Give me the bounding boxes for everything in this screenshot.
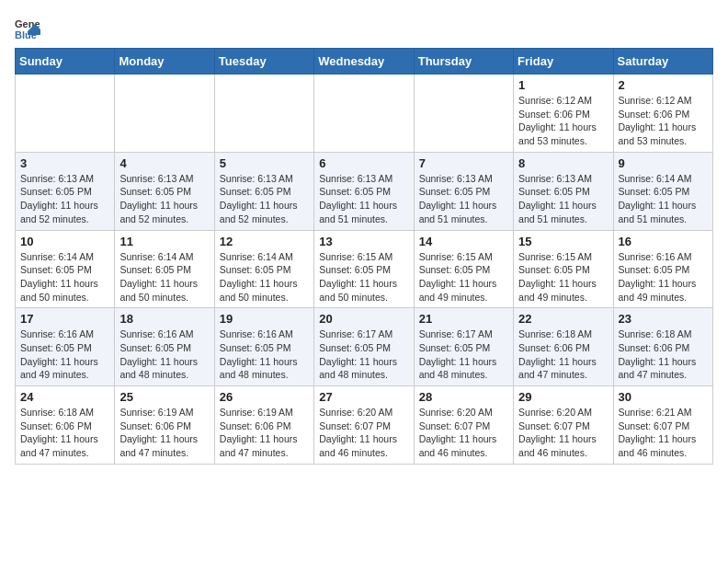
calendar-cell: 28Sunrise: 6:20 AMSunset: 6:07 PMDayligh…	[414, 386, 513, 465]
week-row-1: 3Sunrise: 6:13 AMSunset: 6:05 PMDaylight…	[16, 152, 713, 230]
logo: General Blue	[15, 15, 42, 40]
day-info: Sunrise: 6:13 AMSunset: 6:05 PMDaylight:…	[119, 172, 209, 226]
week-row-4: 24Sunrise: 6:18 AMSunset: 6:06 PMDayligh…	[16, 386, 713, 465]
calendar-cell	[115, 75, 214, 153]
day-info: Sunrise: 6:13 AMSunset: 6:05 PMDaylight:…	[220, 172, 309, 226]
day-number: 29	[518, 390, 608, 404]
weekday-wednesday: Wednesday	[314, 49, 414, 75]
day-number: 7	[419, 156, 508, 170]
week-row-3: 17Sunrise: 6:16 AMSunset: 6:05 PMDayligh…	[16, 308, 713, 386]
day-number: 6	[319, 156, 408, 170]
logo-icon: General Blue	[15, 15, 40, 40]
calendar-cell: 27Sunrise: 6:20 AMSunset: 6:07 PMDayligh…	[314, 386, 414, 465]
day-number: 2	[619, 78, 708, 92]
calendar-cell: 16Sunrise: 6:16 AMSunset: 6:05 PMDayligh…	[613, 230, 712, 308]
svg-text:Blue: Blue	[15, 29, 37, 40]
day-info: Sunrise: 6:21 AMSunset: 6:07 PMDaylight:…	[619, 406, 708, 460]
day-number: 21	[419, 312, 508, 326]
calendar-cell	[214, 75, 313, 153]
calendar-cell	[16, 75, 115, 153]
calendar-cell: 18Sunrise: 6:16 AMSunset: 6:05 PMDayligh…	[115, 308, 214, 386]
day-number: 16	[619, 235, 708, 248]
calendar-cell: 6Sunrise: 6:13 AMSunset: 6:05 PMDaylight…	[314, 152, 414, 230]
day-number: 17	[20, 312, 109, 326]
day-info: Sunrise: 6:20 AMSunset: 6:07 PMDaylight:…	[319, 406, 408, 460]
week-row-0: 1Sunrise: 6:12 AMSunset: 6:06 PMDaylight…	[16, 75, 713, 153]
day-number: 25	[119, 390, 209, 404]
day-number: 4	[119, 156, 209, 170]
weekday-tuesday: Tuesday	[214, 49, 313, 75]
day-info: Sunrise: 6:16 AMSunset: 6:05 PMDaylight:…	[220, 327, 309, 382]
day-number: 18	[119, 312, 209, 326]
day-info: Sunrise: 6:17 AMSunset: 6:05 PMDaylight:…	[319, 327, 408, 382]
day-info: Sunrise: 6:20 AMSunset: 6:07 PMDaylight:…	[419, 406, 508, 460]
calendar-cell: 23Sunrise: 6:18 AMSunset: 6:06 PMDayligh…	[613, 308, 712, 386]
day-number: 15	[518, 235, 608, 248]
day-info: Sunrise: 6:16 AMSunset: 6:05 PMDaylight:…	[619, 250, 708, 304]
calendar-cell: 29Sunrise: 6:20 AMSunset: 6:07 PMDayligh…	[514, 386, 613, 465]
day-number: 10	[20, 235, 109, 248]
day-number: 3	[20, 156, 109, 170]
weekday-header-row: SundayMondayTuesdayWednesdayThursdayFrid…	[16, 49, 713, 75]
day-number: 30	[619, 390, 708, 404]
calendar-cell: 15Sunrise: 6:15 AMSunset: 6:05 PMDayligh…	[514, 230, 613, 308]
day-number: 14	[419, 235, 508, 248]
day-info: Sunrise: 6:13 AMSunset: 6:05 PMDaylight:…	[518, 172, 608, 226]
day-info: Sunrise: 6:14 AMSunset: 6:05 PMDaylight:…	[619, 172, 708, 226]
page: General Blue SundayMondayTuesdayWednesda…	[0, 0, 728, 479]
calendar-cell: 5Sunrise: 6:13 AMSunset: 6:05 PMDaylight…	[214, 152, 313, 230]
day-number: 1	[518, 78, 608, 92]
day-number: 28	[419, 390, 508, 404]
calendar-cell	[414, 75, 513, 153]
weekday-friday: Friday	[514, 49, 613, 75]
calendar-cell: 20Sunrise: 6:17 AMSunset: 6:05 PMDayligh…	[314, 308, 414, 386]
calendar-cell: 9Sunrise: 6:14 AMSunset: 6:05 PMDaylight…	[613, 152, 712, 230]
day-info: Sunrise: 6:18 AMSunset: 6:06 PMDaylight:…	[518, 327, 608, 382]
calendar-cell: 7Sunrise: 6:13 AMSunset: 6:05 PMDaylight…	[414, 152, 513, 230]
day-number: 19	[220, 312, 309, 326]
calendar-cell: 22Sunrise: 6:18 AMSunset: 6:06 PMDayligh…	[514, 308, 613, 386]
day-info: Sunrise: 6:15 AMSunset: 6:05 PMDaylight:…	[518, 250, 608, 304]
day-info: Sunrise: 6:16 AMSunset: 6:05 PMDaylight:…	[20, 327, 109, 382]
day-number: 11	[119, 235, 209, 248]
calendar-cell: 14Sunrise: 6:15 AMSunset: 6:05 PMDayligh…	[414, 230, 513, 308]
weekday-monday: Monday	[115, 49, 214, 75]
day-info: Sunrise: 6:14 AMSunset: 6:05 PMDaylight:…	[220, 250, 309, 304]
calendar-cell: 30Sunrise: 6:21 AMSunset: 6:07 PMDayligh…	[613, 386, 712, 465]
calendar-cell: 8Sunrise: 6:13 AMSunset: 6:05 PMDaylight…	[514, 152, 613, 230]
calendar-cell: 3Sunrise: 6:13 AMSunset: 6:05 PMDaylight…	[16, 152, 115, 230]
day-number: 26	[220, 390, 309, 404]
day-info: Sunrise: 6:16 AMSunset: 6:05 PMDaylight:…	[119, 327, 209, 382]
calendar-cell: 10Sunrise: 6:14 AMSunset: 6:05 PMDayligh…	[16, 230, 115, 308]
day-number: 13	[319, 235, 408, 248]
day-info: Sunrise: 6:13 AMSunset: 6:05 PMDaylight:…	[419, 172, 508, 226]
calendar-cell: 19Sunrise: 6:16 AMSunset: 6:05 PMDayligh…	[214, 308, 313, 386]
header: General Blue	[15, 15, 713, 40]
day-info: Sunrise: 6:14 AMSunset: 6:05 PMDaylight:…	[20, 250, 109, 304]
calendar-table: SundayMondayTuesdayWednesdayThursdayFrid…	[15, 48, 713, 465]
calendar-cell: 12Sunrise: 6:14 AMSunset: 6:05 PMDayligh…	[214, 230, 313, 308]
day-info: Sunrise: 6:15 AMSunset: 6:05 PMDaylight:…	[419, 250, 508, 304]
calendar-cell: 13Sunrise: 6:15 AMSunset: 6:05 PMDayligh…	[314, 230, 414, 308]
day-info: Sunrise: 6:14 AMSunset: 6:05 PMDaylight:…	[119, 250, 209, 304]
calendar-cell: 4Sunrise: 6:13 AMSunset: 6:05 PMDaylight…	[115, 152, 214, 230]
calendar-cell: 24Sunrise: 6:18 AMSunset: 6:06 PMDayligh…	[16, 386, 115, 465]
day-number: 23	[619, 312, 708, 326]
calendar-cell: 17Sunrise: 6:16 AMSunset: 6:05 PMDayligh…	[16, 308, 115, 386]
calendar-cell: 2Sunrise: 6:12 AMSunset: 6:06 PMDaylight…	[613, 75, 712, 153]
week-row-2: 10Sunrise: 6:14 AMSunset: 6:05 PMDayligh…	[16, 230, 713, 308]
calendar-cell: 21Sunrise: 6:17 AMSunset: 6:05 PMDayligh…	[414, 308, 513, 386]
day-number: 5	[220, 156, 309, 170]
calendar-cell	[314, 75, 414, 153]
weekday-thursday: Thursday	[414, 49, 513, 75]
day-number: 8	[518, 156, 608, 170]
day-number: 12	[220, 235, 309, 248]
day-info: Sunrise: 6:18 AMSunset: 6:06 PMDaylight:…	[619, 327, 708, 382]
day-info: Sunrise: 6:18 AMSunset: 6:06 PMDaylight:…	[20, 406, 109, 460]
day-info: Sunrise: 6:12 AMSunset: 6:06 PMDaylight:…	[518, 94, 608, 148]
calendar-cell: 11Sunrise: 6:14 AMSunset: 6:05 PMDayligh…	[115, 230, 214, 308]
day-number: 22	[518, 312, 608, 326]
calendar-cell: 1Sunrise: 6:12 AMSunset: 6:06 PMDaylight…	[514, 75, 613, 153]
day-info: Sunrise: 6:19 AMSunset: 6:06 PMDaylight:…	[220, 406, 309, 460]
day-info: Sunrise: 6:15 AMSunset: 6:05 PMDaylight:…	[319, 250, 408, 304]
